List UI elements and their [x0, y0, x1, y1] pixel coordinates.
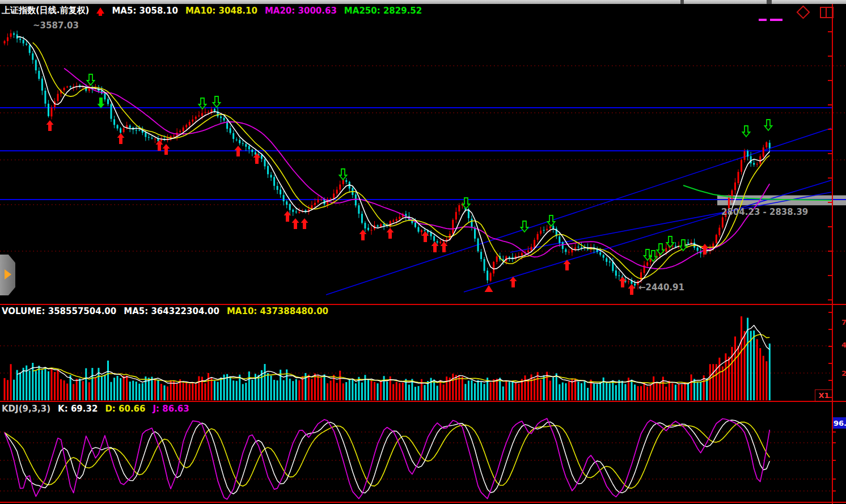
ma250-value: MA250: 2829.52 — [344, 6, 422, 16]
kdj-j-value: J: 86.63 — [153, 404, 189, 414]
volume-ma10-value: MA10: 437388480.00 — [227, 306, 328, 316]
gap-zone-label: 2804.23 - 2838.39 — [721, 207, 808, 217]
kdj-header: KDJ(9,3,3) K: 69.32 D: 60.66 J: 86.63 — [2, 404, 189, 414]
low-price-label: ←2440.91 — [638, 282, 684, 293]
kdj-d-value: D: 60.66 — [105, 404, 145, 414]
kdj-axis-highlight: 96. — [833, 417, 846, 429]
chrome-notch — [680, 0, 684, 4]
kdj-title: KDJ(9,3,3) — [2, 404, 50, 414]
x1-zoom-label[interactable]: X1 — [815, 389, 833, 401]
main-chart-header: 上证指数(日线.前复权) MA5: 3058.10 MA10: 3048.10 … — [2, 5, 422, 16]
peak-price-label: ~3587.03 — [33, 20, 79, 31]
chart-canvas[interactable] — [0, 0, 846, 504]
volume-header: VOLUME: 358557504.00 MA5: 364322304.00 M… — [2, 306, 328, 316]
up-arrow-icon — [96, 7, 104, 14]
split-window-icon[interactable] — [820, 7, 834, 18]
panel-expand-handle[interactable] — [0, 255, 15, 295]
ma10-value: MA10: 3048.10 — [185, 6, 257, 16]
ma5-value: MA5: 3058.10 — [112, 6, 178, 16]
volume-ma5-value: MA5: 364322304.00 — [124, 306, 219, 316]
symbol-title: 上证指数(日线.前复权) — [2, 5, 89, 16]
magenta-marker-dash — [770, 19, 782, 21]
expand-arrow-icon — [5, 269, 11, 279]
volume-axis-label-fragment: 7 — [841, 318, 846, 327]
ma20-value: MA20: 3000.63 — [265, 6, 337, 16]
volume-axis-label-fragment: 4 — [841, 341, 846, 349]
chart-stage: 上证指数(日线.前复权) MA5: 3058.10 MA10: 3048.10 … — [0, 0, 846, 504]
magenta-marker-dash — [759, 19, 767, 21]
kdj-k-value: K: 69.32 — [58, 404, 98, 414]
volume-value: VOLUME: 358557504.00 — [2, 306, 116, 316]
volume-axis-label-fragment: 2 — [841, 369, 846, 378]
window-chrome-strip — [0, 0, 846, 4]
chrome-notch — [767, 0, 772, 4]
